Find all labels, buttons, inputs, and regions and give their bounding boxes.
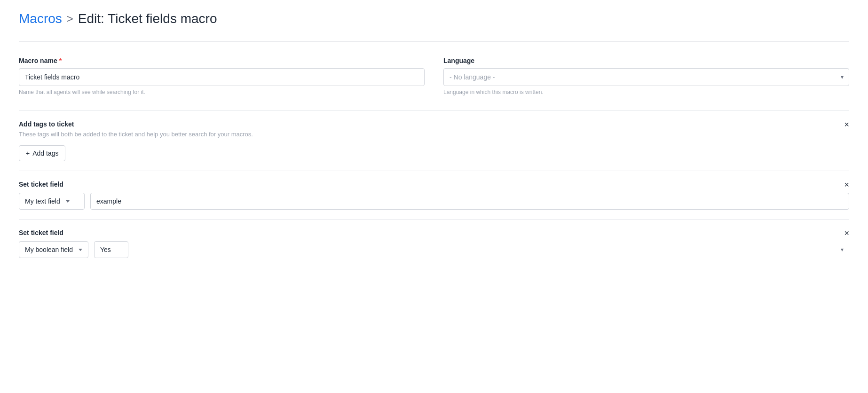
- set-ticket-field-1-section: Set ticket field × My text field: [19, 171, 849, 219]
- add-tags-button[interactable]: + Add tags: [19, 145, 65, 161]
- ticket-field-1-chevron-icon: [66, 200, 70, 203]
- add-tags-button-label: Add tags: [32, 149, 58, 157]
- macro-name-field-group: Macro name * Name that all agents will s…: [19, 57, 425, 95]
- name-language-row: Macro name * Name that all agents will s…: [19, 57, 849, 95]
- macro-name-label: Macro name *: [19, 57, 425, 64]
- language-label: Language: [443, 57, 849, 64]
- language-select-wrapper: - No language - English French German Sp…: [443, 68, 849, 86]
- set-ticket-field-2-title: Set ticket field: [19, 229, 63, 236]
- ticket-field-1-dropdown-button[interactable]: My text field: [19, 193, 85, 210]
- macro-name-input[interactable]: [19, 68, 425, 86]
- ticket-field-1-value-input[interactable]: [90, 193, 849, 210]
- language-hint: Language in which this macro is written.: [443, 89, 849, 95]
- set-ticket-field-1-close-button[interactable]: ×: [844, 181, 849, 189]
- set-ticket-field-1-title: Set ticket field: [19, 181, 63, 188]
- breadcrumb-current-page: Edit: Ticket fields macro: [78, 11, 217, 26]
- breadcrumb: Macros > Edit: Ticket fields macro: [19, 11, 849, 26]
- ticket-field-2-row: My boolean field Yes No ▾: [19, 241, 849, 258]
- form-section: Macro name * Name that all agents will s…: [19, 57, 849, 267]
- language-field-group: Language - No language - English French …: [443, 57, 849, 95]
- breadcrumb-separator: >: [67, 12, 73, 25]
- required-indicator: *: [59, 57, 62, 64]
- add-tags-close-button[interactable]: ×: [844, 120, 849, 129]
- ticket-field-2-value-wrapper: Yes No ▾: [94, 241, 849, 258]
- set-ticket-field-2-header: Set ticket field ×: [19, 229, 849, 237]
- add-tags-header: Add tags to ticket ×: [19, 120, 849, 129]
- header-divider: [19, 41, 849, 42]
- set-ticket-field-2-close-button[interactable]: ×: [844, 229, 849, 237]
- page-container: Macros > Edit: Ticket fields macro Macro…: [0, 0, 868, 393]
- ticket-field-2-value-select[interactable]: Yes No: [94, 241, 128, 258]
- add-tags-title: Add tags to ticket: [19, 120, 74, 128]
- ticket-field-2-chevron-icon: [79, 249, 82, 251]
- set-ticket-field-1-header: Set ticket field ×: [19, 181, 849, 189]
- add-tags-section: Add tags to ticket × These tags will bot…: [19, 110, 849, 171]
- add-tags-plus-icon: +: [26, 149, 30, 157]
- breadcrumb-macros-link[interactable]: Macros: [19, 11, 62, 26]
- set-ticket-field-2-section: Set ticket field × My boolean field Yes …: [19, 219, 849, 267]
- ticket-field-1-label: My text field: [25, 197, 60, 205]
- ticket-field-2-select-chevron-icon: ▾: [841, 246, 844, 253]
- add-tags-description: These tags will both be added to the tic…: [19, 131, 849, 138]
- macro-name-hint: Name that all agents will see while sear…: [19, 89, 425, 95]
- ticket-field-2-dropdown-button[interactable]: My boolean field: [19, 241, 88, 258]
- language-select[interactable]: - No language - English French German Sp…: [443, 68, 849, 86]
- ticket-field-1-row: My text field: [19, 193, 849, 210]
- ticket-field-2-label: My boolean field: [25, 246, 73, 253]
